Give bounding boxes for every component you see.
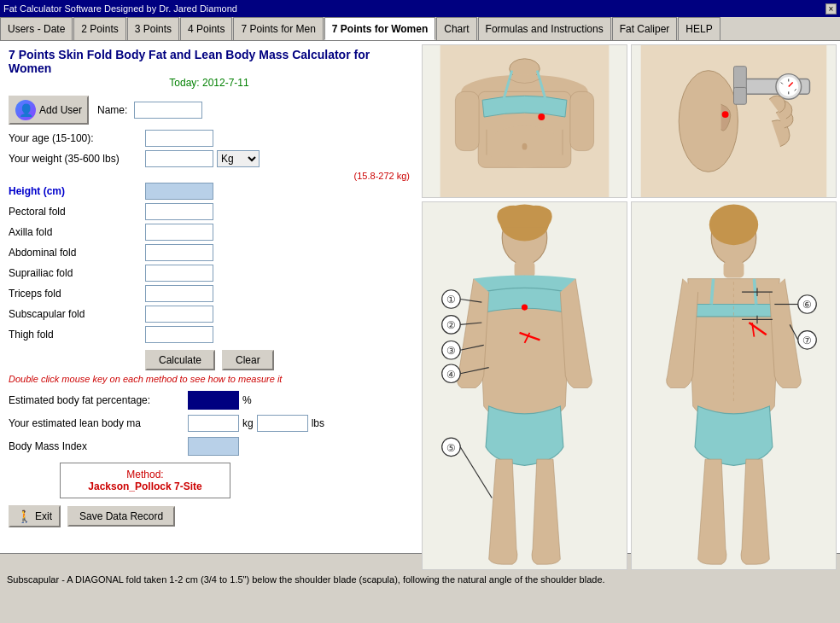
weight-label: Your weight (35-600 lbs) [9, 153, 145, 165]
abdominal-label: Abdominal fold [9, 247, 145, 259]
tab-formulas[interactable]: Formulas and Instructions [478, 17, 611, 40]
thigh-label: Thigh fold [9, 329, 145, 341]
age-input[interactable] [145, 130, 213, 147]
svg-point-7 [522, 143, 528, 150]
title-bar: Fat Calculator Software Designed by Dr. … [0, 0, 840, 17]
front-torso-svg [423, 45, 627, 197]
fat-percent-row: Estimated body fat percentage: % [9, 391, 410, 410]
full-body-front-image: ① ② ③ ④ ⑤ [422, 201, 627, 570]
fat-percent-value [188, 391, 239, 410]
height-row: Height (cm) [9, 183, 410, 200]
axilla-label: Axilla fold [9, 226, 145, 238]
svg-line-54 [754, 279, 755, 305]
today-date: Today: 2012-7-11 [9, 77, 410, 89]
height-input[interactable] [145, 183, 213, 200]
results-section: Estimated body fat percentage: % Your es… [9, 391, 410, 456]
name-label: Name: [97, 104, 127, 116]
thigh-input[interactable] [145, 326, 213, 343]
fat-percent-unit: % [242, 394, 252, 406]
tab-fat-caliper[interactable]: Fat Caliper [612, 17, 678, 40]
fat-percent-label: Estimated body fat percentage: [9, 394, 188, 406]
svg-point-15 [722, 111, 729, 118]
lean-mass-kg-unit: kg [242, 417, 254, 429]
svg-point-30 [522, 304, 528, 310]
left-panel: 7 Points Skin Fold Body Fat and Lean Bod… [0, 41, 418, 553]
height-label: Height (cm) [9, 185, 145, 197]
tab-2points[interactable]: 2 Points [73, 17, 125, 40]
method-box: Method: Jackson_Pollock 7-Site [60, 463, 230, 498]
instruction-text: Double click mouse key on each method to… [9, 374, 410, 384]
lean-mass-kg-input[interactable] [188, 415, 239, 432]
axilla-input[interactable] [145, 224, 213, 241]
action-buttons: Calculate Clear [145, 350, 410, 370]
lean-mass-label: Your estimated lean body ma [9, 417, 188, 429]
page-title: 7 Points Skin Fold Body Fat and Lean Bod… [9, 48, 410, 75]
full-body-back-image: ⑥ ⑦ [631, 201, 837, 570]
svg-text:⑥: ⑥ [802, 299, 812, 311]
pectoral-input[interactable] [145, 203, 213, 220]
svg-point-8 [538, 114, 545, 120]
pectoral-label: Pectoral fold [9, 206, 145, 218]
suprailiac-label: Suprailiac fold [9, 267, 145, 279]
add-user-button[interactable]: 👤 Add User [9, 96, 89, 125]
svg-rect-11 [455, 91, 479, 150]
suprailiac-row: Suprailiac fold [9, 265, 410, 282]
weight-unit-selector: Kg lbs [217, 150, 260, 167]
lean-mass-lbs-input[interactable] [257, 415, 308, 432]
abdominal-row: Abdominal fold [9, 244, 410, 261]
suprailiac-input[interactable] [145, 265, 213, 282]
lean-mass-lbs-unit: lbs [312, 417, 324, 429]
triceps-input[interactable] [145, 285, 213, 302]
main-content: 7 Points Skin Fold Body Fat and Lean Bod… [0, 41, 840, 553]
weight-row: Your weight (35-600 lbs) Kg lbs [9, 150, 410, 167]
lean-mass-row: Your estimated lean body ma kg lbs [9, 415, 410, 432]
svg-rect-25 [734, 87, 747, 104]
calculate-button[interactable]: Calculate [145, 350, 215, 370]
triceps-row: Triceps fold [9, 285, 410, 302]
age-row: Your age (15-100): [9, 130, 410, 147]
svg-line-53 [711, 279, 713, 305]
subscapular-input[interactable] [145, 306, 213, 323]
top-images [422, 44, 837, 198]
tab-7points-women[interactable]: 7 Points for Women [324, 17, 435, 40]
method-value: Jackson_Pollock 7-Site [69, 480, 221, 492]
caliper-svg [632, 45, 836, 197]
weight-input[interactable] [145, 150, 213, 167]
svg-text:①: ① [446, 294, 456, 306]
svg-text:⑤: ⑤ [446, 442, 456, 454]
name-input[interactable] [134, 102, 202, 119]
caliper-image [631, 44, 837, 198]
close-button[interactable]: × [825, 3, 837, 15]
svg-text:②: ② [446, 319, 456, 331]
triceps-label: Triceps fold [9, 288, 145, 300]
bottom-images: ① ② ③ ④ ⑤ [422, 201, 837, 570]
clear-button[interactable]: Clear [222, 350, 274, 370]
save-data-button[interactable]: Save Data Record [67, 506, 175, 527]
kg-note: (15.8-272 kg) [145, 171, 410, 181]
axilla-row: Axilla fold [9, 224, 410, 241]
name-row: 👤 Add User Name: [9, 96, 410, 125]
subscapular-label: Subscapular fold [9, 308, 145, 320]
subscapular-row: Subscapular fold [9, 306, 410, 323]
full-body-back-svg: ⑥ ⑦ [632, 202, 836, 569]
exit-icon: 🚶 [17, 509, 32, 523]
right-panel: ① ② ③ ④ ⑤ [418, 41, 840, 553]
thigh-row: Thigh fold [9, 326, 410, 343]
tab-7points-men[interactable]: 7 Points for Men [233, 17, 323, 40]
pectoral-row: Pectoral fold [9, 203, 410, 220]
svg-text:③: ③ [446, 345, 456, 357]
tab-users-date[interactable]: Users - Date [0, 17, 73, 40]
weight-unit-select[interactable]: Kg lbs [217, 150, 260, 167]
bmi-row: Body Mass Index [9, 437, 410, 456]
svg-rect-51 [724, 261, 744, 277]
app-title: Fat Calculator Software Designed by Dr. … [3, 3, 237, 14]
tab-3points[interactable]: 3 Points [127, 17, 179, 40]
tab-4points[interactable]: 4 Points [180, 17, 232, 40]
svg-rect-12 [570, 91, 594, 150]
abdominal-input[interactable] [145, 244, 213, 261]
tab-chart[interactable]: Chart [436, 17, 476, 40]
exit-button[interactable]: 🚶 Exit [9, 505, 61, 527]
tab-help[interactable]: HELP [678, 17, 720, 40]
status-text: Subscapular - A DIAGONAL fold taken 1-2 … [7, 574, 605, 585]
front-torso-image [422, 44, 627, 198]
